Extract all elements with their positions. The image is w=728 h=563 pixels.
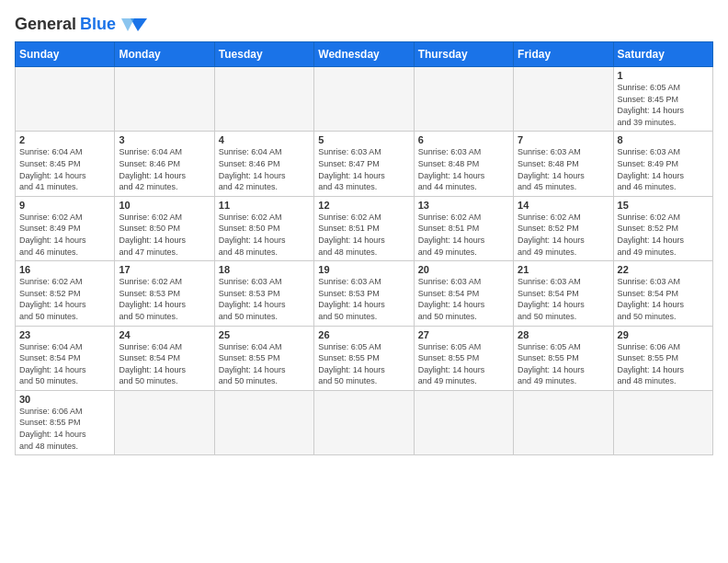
day-number: 11: [219, 200, 310, 211]
calendar-week-row: 30Sunrise: 6:06 AM Sunset: 8:55 PM Dayli…: [16, 390, 713, 454]
day-header-monday: Monday: [115, 42, 214, 67]
calendar-cell: 27Sunrise: 6:05 AM Sunset: 8:55 PM Dayli…: [414, 326, 513, 390]
calendar-cell: 15Sunrise: 6:02 AM Sunset: 8:52 PM Dayli…: [613, 196, 712, 260]
day-info: Sunrise: 6:03 AM Sunset: 8:54 PM Dayligh…: [618, 276, 709, 322]
calendar-cell: 17Sunrise: 6:02 AM Sunset: 8:53 PM Dayli…: [115, 261, 214, 326]
calendar-cell: [115, 390, 214, 454]
day-number: 15: [618, 200, 709, 211]
calendar-cell: [314, 67, 414, 132]
page-header: General Blue: [15, 15, 713, 34]
calendar-cell: 21Sunrise: 6:03 AM Sunset: 8:54 PM Dayli…: [514, 261, 613, 326]
day-number: 8: [618, 134, 709, 145]
day-number: 26: [318, 329, 409, 340]
calendar-cell: [214, 390, 313, 454]
calendar-cell: 10Sunrise: 6:02 AM Sunset: 8:50 PM Dayli…: [115, 196, 214, 260]
calendar-week-row: 16Sunrise: 6:02 AM Sunset: 8:52 PM Dayli…: [16, 261, 713, 326]
day-number: 1: [618, 70, 709, 81]
day-number: 4: [219, 134, 310, 145]
calendar-cell: 2Sunrise: 6:04 AM Sunset: 8:45 PM Daylig…: [16, 132, 115, 196]
day-info: Sunrise: 6:03 AM Sunset: 8:54 PM Dayligh…: [518, 276, 609, 322]
calendar-cell: 26Sunrise: 6:05 AM Sunset: 8:55 PM Dayli…: [314, 326, 414, 390]
day-number: 7: [518, 134, 609, 145]
calendar-cell: 3Sunrise: 6:04 AM Sunset: 8:46 PM Daylig…: [115, 132, 214, 196]
day-number: 23: [19, 329, 110, 340]
calendar-table: SundayMondayTuesdayWednesdayThursdayFrid…: [15, 41, 713, 455]
calendar-cell: 29Sunrise: 6:06 AM Sunset: 8:55 PM Dayli…: [613, 326, 712, 390]
calendar-cell: 18Sunrise: 6:03 AM Sunset: 8:53 PM Dayli…: [214, 261, 313, 326]
day-info: Sunrise: 6:06 AM Sunset: 8:55 PM Dayligh…: [618, 341, 709, 387]
calendar-cell: 6Sunrise: 6:03 AM Sunset: 8:48 PM Daylig…: [414, 132, 513, 196]
day-number: 21: [518, 264, 609, 275]
day-info: Sunrise: 6:02 AM Sunset: 8:51 PM Dayligh…: [418, 212, 509, 258]
day-info: Sunrise: 6:04 AM Sunset: 8:54 PM Dayligh…: [19, 341, 110, 387]
day-info: Sunrise: 6:03 AM Sunset: 8:47 PM Dayligh…: [318, 146, 409, 192]
day-number: 5: [318, 134, 409, 145]
day-info: Sunrise: 6:04 AM Sunset: 8:46 PM Dayligh…: [219, 146, 310, 192]
calendar-cell: 12Sunrise: 6:02 AM Sunset: 8:51 PM Dayli…: [314, 196, 414, 260]
calendar-week-row: 2Sunrise: 6:04 AM Sunset: 8:45 PM Daylig…: [16, 132, 713, 196]
day-header-saturday: Saturday: [613, 42, 712, 67]
day-number: 30: [19, 394, 110, 405]
calendar-cell: 11Sunrise: 6:02 AM Sunset: 8:50 PM Dayli…: [214, 196, 313, 260]
calendar-cell: [414, 390, 513, 454]
logo-text-general: General: [15, 15, 76, 34]
day-number: 22: [618, 264, 709, 275]
calendar-cell: 19Sunrise: 6:03 AM Sunset: 8:53 PM Dayli…: [314, 261, 414, 326]
calendar-cell: [514, 390, 613, 454]
day-info: Sunrise: 6:02 AM Sunset: 8:51 PM Dayligh…: [318, 212, 409, 258]
calendar-cell: 20Sunrise: 6:03 AM Sunset: 8:54 PM Dayli…: [414, 261, 513, 326]
calendar-week-row: 9Sunrise: 6:02 AM Sunset: 8:49 PM Daylig…: [16, 196, 713, 260]
day-info: Sunrise: 6:05 AM Sunset: 8:55 PM Dayligh…: [518, 341, 609, 387]
calendar-cell: 30Sunrise: 6:06 AM Sunset: 8:55 PM Dayli…: [16, 390, 115, 454]
day-number: 3: [119, 134, 210, 145]
calendar-cell: [16, 67, 115, 132]
day-number: 24: [119, 329, 210, 340]
day-info: Sunrise: 6:06 AM Sunset: 8:55 PM Dayligh…: [19, 406, 110, 452]
calendar-cell: [414, 67, 513, 132]
day-info: Sunrise: 6:05 AM Sunset: 8:55 PM Dayligh…: [418, 341, 509, 387]
day-info: Sunrise: 6:04 AM Sunset: 8:55 PM Dayligh…: [219, 341, 310, 387]
day-header-tuesday: Tuesday: [214, 42, 313, 67]
day-info: Sunrise: 6:02 AM Sunset: 8:52 PM Dayligh…: [618, 212, 709, 258]
day-info: Sunrise: 6:02 AM Sunset: 8:50 PM Dayligh…: [219, 212, 310, 258]
day-info: Sunrise: 6:02 AM Sunset: 8:53 PM Dayligh…: [119, 276, 210, 322]
day-number: 2: [19, 134, 110, 145]
day-info: Sunrise: 6:03 AM Sunset: 8:49 PM Dayligh…: [618, 146, 709, 192]
day-header-sunday: Sunday: [16, 42, 115, 67]
calendar-cell: 1Sunrise: 6:05 AM Sunset: 8:45 PM Daylig…: [613, 67, 712, 132]
day-number: 29: [618, 329, 709, 340]
day-info: Sunrise: 6:04 AM Sunset: 8:54 PM Dayligh…: [119, 341, 210, 387]
calendar-cell: 7Sunrise: 6:03 AM Sunset: 8:48 PM Daylig…: [514, 132, 613, 196]
logo-text-blue: Blue: [80, 15, 116, 34]
calendar-cell: [514, 67, 613, 132]
day-header-friday: Friday: [514, 42, 613, 67]
calendar-cell: [314, 390, 414, 454]
day-info: Sunrise: 6:02 AM Sunset: 8:52 PM Dayligh…: [518, 212, 609, 258]
day-number: 10: [119, 200, 210, 211]
calendar-cell: [115, 67, 214, 132]
day-header-wednesday: Wednesday: [314, 42, 414, 67]
day-info: Sunrise: 6:03 AM Sunset: 8:54 PM Dayligh…: [418, 276, 509, 322]
day-number: 28: [518, 329, 609, 340]
day-number: 17: [119, 264, 210, 275]
day-number: 16: [19, 264, 110, 275]
day-number: 13: [418, 200, 509, 211]
day-number: 9: [19, 200, 110, 211]
calendar-cell: 13Sunrise: 6:02 AM Sunset: 8:51 PM Dayli…: [414, 196, 513, 260]
calendar-cell: 4Sunrise: 6:04 AM Sunset: 8:46 PM Daylig…: [214, 132, 313, 196]
calendar-cell: 25Sunrise: 6:04 AM Sunset: 8:55 PM Dayli…: [214, 326, 313, 390]
day-number: 19: [318, 264, 409, 275]
calendar-week-row: 1Sunrise: 6:05 AM Sunset: 8:45 PM Daylig…: [16, 67, 713, 132]
day-info: Sunrise: 6:04 AM Sunset: 8:45 PM Dayligh…: [19, 146, 110, 192]
day-header-thursday: Thursday: [414, 42, 513, 67]
day-info: Sunrise: 6:03 AM Sunset: 8:53 PM Dayligh…: [219, 276, 310, 322]
day-number: 25: [219, 329, 310, 340]
day-number: 12: [318, 200, 409, 211]
calendar-cell: 22Sunrise: 6:03 AM Sunset: 8:54 PM Dayli…: [613, 261, 712, 326]
day-info: Sunrise: 6:03 AM Sunset: 8:48 PM Dayligh…: [518, 146, 609, 192]
calendar-cell: 24Sunrise: 6:04 AM Sunset: 8:54 PM Dayli…: [115, 326, 214, 390]
day-info: Sunrise: 6:02 AM Sunset: 8:52 PM Dayligh…: [19, 276, 110, 322]
calendar-cell: 16Sunrise: 6:02 AM Sunset: 8:52 PM Dayli…: [16, 261, 115, 326]
svg-marker-1: [121, 18, 134, 31]
calendar-cell: 5Sunrise: 6:03 AM Sunset: 8:47 PM Daylig…: [314, 132, 414, 196]
